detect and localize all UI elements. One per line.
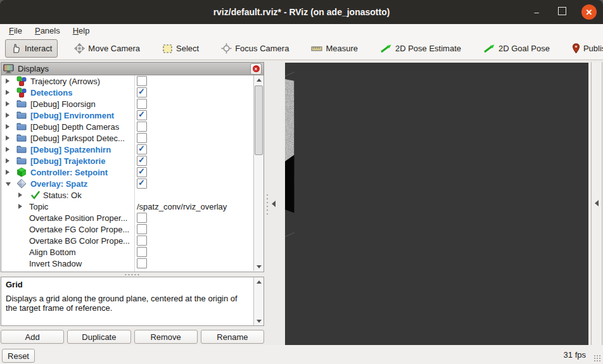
collapse-left-arrow-icon[interactable] (272, 201, 276, 207)
topic-value[interactable]: /spatz_conv/rviz_overlay (137, 202, 227, 211)
tool-label: Select (176, 44, 199, 53)
row-label: Overtake BG Color Prope... (29, 236, 130, 246)
pose-estimate-tool-button[interactable]: 2D Pose Estimate (374, 39, 467, 58)
tree-row-overlay-spatz[interactable]: Overlay: Spatz (1, 178, 263, 189)
row-label: Invert Shadow (29, 259, 82, 268)
displays-panel-header[interactable]: Displays x (1, 62, 264, 75)
folder-icon (16, 144, 27, 154)
expand-arrow-icon[interactable] (18, 192, 22, 198)
property-checkbox[interactable] (137, 247, 147, 257)
expand-arrow-icon[interactable] (6, 170, 10, 175)
tree-row-controller-setpoint[interactable]: Controller: Setpoint (1, 166, 263, 178)
expand-arrow-icon[interactable] (6, 135, 10, 141)
add-button[interactable]: Add (1, 330, 64, 344)
enabled-checkbox[interactable] (137, 167, 147, 177)
property-checkbox[interactable] (137, 235, 147, 246)
enabled-checkbox[interactable] (137, 76, 147, 86)
expand-arrow-icon[interactable] (18, 204, 22, 209)
select-tool-button[interactable]: Select (156, 39, 205, 58)
hand-icon (11, 43, 22, 54)
tree-row-debug-environment[interactable]: [Debug] Environment (1, 110, 263, 121)
crosshair-icon (221, 43, 232, 54)
panel-close-button[interactable]: x (250, 63, 262, 75)
toolbar: Interact Move Camera Select Focus Camera (0, 37, 603, 60)
tree-row-overtake-position[interactable]: Overtake Position Proper... (1, 212, 263, 223)
menu-panels[interactable]: Panels (30, 25, 65, 36)
row-label: [Debug] Depth Cameras (30, 122, 119, 132)
publish-point-tool-button[interactable]: Publish Point (566, 39, 603, 58)
expand-arrow-icon[interactable] (6, 113, 10, 118)
minimize-button[interactable]: – (531, 8, 542, 17)
interact-tool-button[interactable]: Interact (5, 39, 58, 58)
goal-pose-tool-button[interactable]: 2D Goal Pose (478, 39, 555, 58)
tree-row-debug-depth-cameras[interactable]: [Debug] Depth Cameras (1, 121, 263, 132)
folder-icon (16, 122, 27, 132)
tree-row-debug-floorsign[interactable]: [Debug] Floorsign (1, 98, 263, 110)
tree-row-debug-spatzenhirn[interactable]: [Debug] Spatzenhirn (1, 144, 263, 155)
duplicate-button[interactable]: Duplicate (67, 330, 130, 344)
tree-row-overtake-bg-color[interactable]: Overtake BG Color Prope... (1, 235, 263, 246)
measure-tool-button[interactable]: Measure (305, 39, 364, 58)
status-bar: Reset 31 fps (0, 345, 603, 364)
rename-button[interactable]: Rename (201, 330, 264, 344)
scroll-up-arrow[interactable] (254, 75, 263, 84)
diamond-icon (16, 179, 27, 189)
scrollbar-thumb[interactable] (255, 85, 263, 155)
expand-arrow-icon[interactable] (6, 90, 10, 95)
scroll-down-arrow[interactable] (254, 317, 263, 325)
expand-arrow-icon[interactable] (6, 101, 10, 106)
collapsed-right-panel-strip[interactable] (591, 62, 602, 345)
menu-help[interactable]: Help (68, 25, 95, 36)
tree-scrollbar[interactable] (253, 75, 263, 271)
expand-arrow-icon[interactable] (6, 147, 10, 152)
tree-row-debug-trajektorie[interactable]: [Debug] Trajektorie (1, 155, 263, 166)
tool-label: Focus Camera (235, 44, 289, 53)
property-checkbox[interactable] (137, 213, 147, 223)
enabled-checkbox[interactable] (137, 99, 147, 109)
tree-row-status-ok[interactable]: Status: Ok (1, 189, 263, 201)
enabled-checkbox[interactable] (137, 179, 147, 189)
remove-button[interactable]: Remove (134, 330, 198, 344)
scroll-up-arrow[interactable] (254, 277, 263, 286)
collapse-arrow-icon[interactable] (6, 182, 11, 186)
resize-grip[interactable] (593, 355, 601, 362)
property-checkbox[interactable] (137, 258, 147, 268)
expand-arrow-icon[interactable] (6, 124, 10, 129)
render-scene: Vel: 2.90m/s 3.00m/s Park::Drive (285, 63, 588, 345)
row-label: Status: Ok (43, 191, 82, 200)
tree-row-overtake-fg-color[interactable]: Overtake FG Color Prope... (1, 223, 263, 235)
cube-icon (16, 167, 27, 177)
enabled-checkbox[interactable] (137, 133, 147, 143)
title-bar[interactable]: rviz/default.rviz* - RViz (on ade_jonaso… (0, 0, 603, 24)
tool-label: Interact (25, 44, 52, 53)
viewport-splitter-grip[interactable] (266, 193, 269, 215)
scroll-down-arrow[interactable] (254, 262, 263, 271)
enabled-checkbox[interactable] (137, 110, 147, 120)
tree-row-debug-parkspot[interactable]: [Debug] Parkspot Detec... (1, 132, 263, 144)
description-scrollbar[interactable] (253, 277, 263, 325)
enabled-checkbox[interactable] (137, 122, 147, 132)
collapse-right-arrow-icon[interactable] (595, 200, 599, 206)
menu-bar: File Panels Help (0, 24, 603, 37)
move-camera-tool-button[interactable]: Move Camera (68, 39, 146, 58)
reset-button[interactable]: Reset (2, 349, 35, 363)
tree-row-detections[interactable]: Detections (1, 87, 263, 98)
tree-row-align-bottom[interactable]: Align Bottom (1, 246, 263, 258)
close-button[interactable]: ✕ (581, 4, 597, 20)
enabled-checkbox[interactable] (137, 156, 147, 166)
render-viewport[interactable]: Vel: 2.90m/s 3.00m/s Park::Drive (285, 63, 588, 345)
focus-camera-tool-button[interactable]: Focus Camera (215, 39, 295, 58)
expand-arrow-icon[interactable] (6, 78, 10, 84)
panel-splitter[interactable] (1, 272, 264, 277)
tree-row-invert-shadow[interactable]: Invert Shadow (1, 258, 263, 269)
expand-arrow-icon[interactable] (6, 158, 10, 163)
property-checkbox[interactable] (137, 224, 147, 234)
row-label: Align Bottom (29, 248, 76, 257)
tree-row-topic[interactable]: Topic /spatz_conv/rviz_overlay (1, 201, 263, 212)
enabled-checkbox[interactable] (137, 87, 147, 97)
map-pin-icon (572, 43, 580, 54)
menu-file[interactable]: File (4, 25, 27, 36)
maximize-button[interactable] (556, 7, 568, 17)
enabled-checkbox[interactable] (137, 144, 147, 154)
tree-row-trajectory-arrows[interactable]: Trajectory (Arrows) (1, 75, 263, 87)
